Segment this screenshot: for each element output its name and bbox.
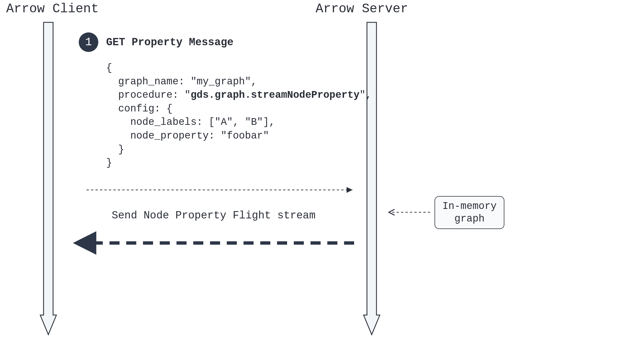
step-number-badge: 1 xyxy=(79,32,98,52)
client-label: Arrow Client xyxy=(6,2,99,16)
client-lifeline-arrow xyxy=(40,22,57,335)
code-line-open: { xyxy=(106,62,112,74)
code-line-graph-name-key: graph_name: xyxy=(106,76,190,87)
step-number: 1 xyxy=(85,36,92,49)
in-memory-graph-box: In-memory graph xyxy=(435,196,504,229)
code-line-procedure-val: gds.graph.streamNodeProperty xyxy=(190,89,359,101)
request-arrow xyxy=(0,0,644,348)
request-code-block: { graph_name: "my_graph", procedure: "gd… xyxy=(106,61,372,170)
code-line-node-labels: node_labels: ["A", "B"], xyxy=(106,116,275,128)
code-line-graph-name-val: "my_graph", xyxy=(190,76,257,87)
step-title: GET Property Message xyxy=(106,36,233,48)
memory-box-line2: graph xyxy=(442,213,497,225)
code-line-procedure-key: procedure: " xyxy=(106,89,190,101)
code-line-node-property: node_property: "foobar" xyxy=(106,130,269,142)
code-line-close: } xyxy=(106,157,112,169)
code-line-config-open: config: { xyxy=(106,103,173,115)
server-label: Arrow Server xyxy=(316,2,408,16)
code-line-procedure-end: ", xyxy=(359,89,371,101)
stream-label: Send Node Property Flight stream xyxy=(112,209,316,221)
code-line-config-close: } xyxy=(106,144,124,155)
diagram-canvas: Arrow Client Arrow Server 1 GET Property… xyxy=(0,0,644,348)
memory-box-line1: In-memory xyxy=(442,200,497,213)
